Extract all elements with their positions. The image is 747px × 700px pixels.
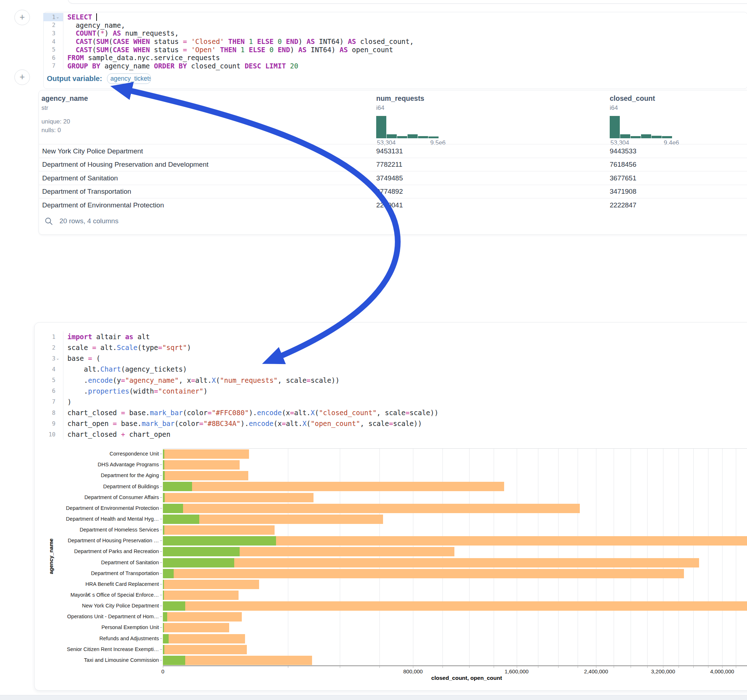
column-header-num-requests[interactable]: num_requests i64 53,304 9.5e6 bbox=[376, 94, 448, 147]
code-line[interactable]: 3⌄base = ( bbox=[43, 353, 439, 364]
histogram-bar bbox=[397, 136, 407, 138]
sql-editor[interactable]: 1⌄SELECT 2 agency_name,3 COUNT(*) AS num… bbox=[43, 13, 414, 70]
line-number: 2 bbox=[43, 342, 64, 353]
add-cell-button-middle[interactable]: + bbox=[14, 69, 30, 85]
bar-closed-count bbox=[163, 471, 248, 480]
line-number: 7 bbox=[43, 62, 64, 70]
column-header-agency-name[interactable]: agency_name str unique: 20 nulls: 0 bbox=[41, 94, 88, 135]
y-axis-category-label: Refunds and Adjustments bbox=[100, 635, 159, 641]
gridline bbox=[340, 449, 340, 666]
table-row[interactable]: Department of Housing Preservation and D… bbox=[39, 158, 747, 172]
x-axis-tick bbox=[288, 666, 288, 668]
bar-closed-count bbox=[163, 482, 504, 491]
gridline bbox=[494, 449, 494, 666]
y-axis-category-label: Taxi and Limousine Commission bbox=[84, 657, 159, 663]
y-axis-tick bbox=[160, 595, 162, 595]
bar-closed-count bbox=[163, 601, 747, 611]
code-line[interactable]: 1import altair as alt bbox=[43, 331, 439, 342]
collapse-chevron-icon[interactable]: ⌄ bbox=[56, 14, 60, 20]
gridline bbox=[578, 449, 578, 666]
code-text: SELECT bbox=[64, 13, 97, 21]
histogram-bar bbox=[376, 116, 386, 138]
x-axis-line bbox=[163, 665, 747, 666]
line-number: 4 bbox=[43, 38, 64, 46]
column-header-closed-count[interactable]: closed_count i64 53,304 9.4e6 bbox=[610, 94, 682, 147]
x-axis-tick bbox=[631, 666, 631, 668]
table-row[interactable]: Department of Transportation377489234719… bbox=[39, 185, 747, 199]
code-text: CAST(SUM(CASE WHEN status = 'Open' THEN … bbox=[64, 46, 393, 54]
gridline bbox=[558, 449, 558, 666]
line-number: 8 bbox=[43, 407, 64, 418]
code-text: chart_closed = base.mark_bar(color="#FFC… bbox=[64, 409, 439, 416]
gridline bbox=[538, 449, 538, 666]
code-line[interactable]: 10chart_closed + chart_open bbox=[43, 429, 439, 440]
code-line[interactable]: 5 CAST(SUM(CASE WHEN status = 'Open' THE… bbox=[43, 45, 414, 54]
python-editor[interactable]: 1import altair as alt2scale = alt.Scale(… bbox=[43, 331, 439, 440]
code-line[interactable]: 6 .properties(width="container") bbox=[43, 386, 439, 397]
table-cell: 9453131 bbox=[376, 144, 403, 158]
y-axis-category-label: Department of Parks and Recreation bbox=[74, 548, 159, 554]
code-line[interactable]: 4 CAST(SUM(CASE WHEN status = 'Closed' T… bbox=[43, 38, 414, 46]
x-axis-tick bbox=[443, 666, 443, 668]
code-line[interactable]: 9chart_open = base.mark_bar(color="#8BC3… bbox=[43, 418, 439, 429]
gridline bbox=[631, 449, 631, 666]
collapse-chevron-icon[interactable]: ⌄ bbox=[56, 356, 60, 361]
chart-plot-area bbox=[163, 448, 747, 666]
column-name: num_requests bbox=[376, 94, 448, 103]
y-axis-tick bbox=[160, 508, 162, 508]
table-cell: 3774892 bbox=[376, 185, 403, 199]
y-axis-tick bbox=[160, 660, 162, 661]
x-axis-tick-label: 1,600,000 bbox=[505, 668, 529, 674]
table-cell: 3749485 bbox=[376, 171, 403, 185]
gridline bbox=[596, 449, 596, 666]
x-axis-title: closed_count, open_count bbox=[431, 675, 502, 681]
code-line[interactable]: 2 agency_name, bbox=[43, 21, 414, 30]
bar-open-count bbox=[163, 482, 192, 491]
table-row[interactable]: Department of Sanitation37494853677651 bbox=[39, 171, 747, 185]
add-cell-button-top[interactable]: + bbox=[14, 10, 30, 25]
table-cell: 7782211 bbox=[376, 158, 402, 172]
code-line[interactable]: 1⌄SELECT bbox=[43, 13, 414, 21]
bar-open-count bbox=[163, 623, 164, 632]
text-cursor bbox=[96, 13, 97, 21]
table-row[interactable]: Department of Environmental Protection22… bbox=[39, 198, 747, 212]
code-line[interactable]: 2scale = alt.Scale(type="sqrt") bbox=[43, 342, 439, 353]
table-row[interactable]: New York City Police Department945313194… bbox=[39, 144, 747, 158]
histogram-bar bbox=[418, 136, 428, 138]
code-line[interactable]: 6FROM sample_data.nyc.service_requests bbox=[43, 54, 414, 62]
line-number: 10 bbox=[43, 429, 64, 440]
x-axis-tick bbox=[736, 666, 736, 668]
code-line[interactable]: 7GROUP BY agency_name ORDER BY closed_co… bbox=[43, 62, 414, 70]
table-cell: 7618456 bbox=[610, 158, 637, 172]
bar-closed-count bbox=[163, 656, 312, 665]
gridline bbox=[614, 449, 614, 666]
previous-cell-edge bbox=[68, 0, 747, 4]
x-axis-tick bbox=[596, 666, 596, 668]
code-line[interactable]: 5 .encode(y="agency_name", x=alt.X("num_… bbox=[43, 375, 439, 386]
code-line[interactable]: 3 COUNT(*) AS num_requests, bbox=[43, 29, 414, 38]
search-icon[interactable] bbox=[44, 217, 53, 226]
y-axis-category-label: DHS Advantage Programs bbox=[98, 462, 159, 468]
histogram-bar bbox=[610, 116, 620, 138]
output-variable-chip[interactable]: agency_tickets bbox=[107, 74, 151, 84]
table-cell: 3677651 bbox=[610, 171, 637, 185]
bar-open-count bbox=[163, 612, 167, 622]
x-axis-tick bbox=[558, 666, 558, 668]
x-axis-tick-label: 0 bbox=[162, 668, 164, 674]
code-line[interactable]: 7) bbox=[43, 397, 439, 407]
y-axis-tick bbox=[160, 573, 162, 573]
bar-open-count bbox=[163, 591, 164, 600]
y-axis-category-label: New York City Police Department bbox=[82, 603, 159, 608]
y-axis-tick bbox=[160, 519, 162, 519]
line-number: 3⌄ bbox=[43, 353, 64, 364]
table-cell: 3471908 bbox=[610, 185, 637, 199]
code-line[interactable]: 4 alt.Chart(agency_tickets) bbox=[43, 364, 439, 374]
y-axis-tick bbox=[160, 540, 162, 541]
code-text: alt.Chart(agency_tickets) bbox=[64, 365, 187, 373]
y-axis-tick bbox=[160, 486, 162, 487]
histogram-bar bbox=[428, 136, 439, 138]
bar-open-count bbox=[163, 656, 185, 665]
code-line[interactable]: 8chart_closed = base.mark_bar(color="#FF… bbox=[43, 407, 439, 418]
bar-open-count bbox=[163, 525, 164, 535]
bar-closed-count bbox=[163, 450, 249, 459]
